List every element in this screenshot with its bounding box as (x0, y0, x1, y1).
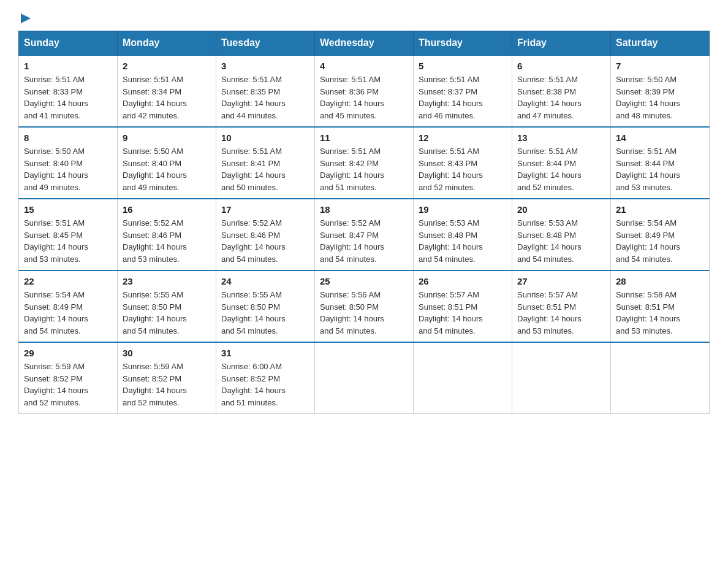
calendar-cell (414, 342, 512, 414)
day-info: Sunrise: 5:52 AMSunset: 8:46 PMDaylight:… (123, 217, 211, 265)
day-info: Sunrise: 5:51 AMSunset: 8:33 PMDaylight:… (24, 74, 112, 121)
day-info: Sunrise: 5:58 AMSunset: 8:51 PMDaylight:… (616, 289, 704, 337)
day-info: Sunrise: 5:55 AMSunset: 8:50 PMDaylight:… (123, 289, 211, 337)
calendar-cell: 8 Sunrise: 5:50 AMSunset: 8:40 PMDayligh… (19, 127, 118, 199)
day-number: 1 (24, 61, 112, 71)
calendar-header-thursday: Thursday (414, 31, 512, 56)
calendar-cell: 29 Sunrise: 5:59 AMSunset: 8:52 PMDaylig… (19, 342, 118, 414)
day-info: Sunrise: 5:50 AMSunset: 8:40 PMDaylight:… (24, 145, 112, 193)
day-info: Sunrise: 5:51 AMSunset: 8:38 PMDaylight:… (517, 74, 605, 121)
page-header (18, 12, 710, 25)
day-number: 19 (419, 204, 507, 215)
day-number: 29 (24, 348, 112, 358)
calendar-cell: 27 Sunrise: 5:57 AMSunset: 8:51 PMDaylig… (512, 270, 611, 342)
calendar-cell: 26 Sunrise: 5:57 AMSunset: 8:51 PMDaylig… (414, 270, 512, 342)
calendar-cell: 15 Sunrise: 5:51 AMSunset: 8:45 PMDaylig… (19, 199, 118, 270)
day-number: 22 (24, 276, 112, 286)
day-info: Sunrise: 5:50 AMSunset: 8:40 PMDaylight:… (123, 145, 211, 193)
day-number: 6 (517, 61, 605, 71)
day-info: Sunrise: 5:53 AMSunset: 8:48 PMDaylight:… (517, 217, 605, 265)
calendar-cell: 17 Sunrise: 5:52 AMSunset: 8:46 PMDaylig… (216, 199, 315, 270)
calendar-cell: 7 Sunrise: 5:50 AMSunset: 8:39 PMDayligh… (611, 55, 710, 127)
day-number: 31 (221, 348, 309, 358)
calendar-cell: 3 Sunrise: 5:51 AMSunset: 8:35 PMDayligh… (216, 55, 315, 127)
day-number: 20 (517, 204, 605, 215)
day-number: 11 (320, 132, 408, 143)
day-number: 2 (123, 61, 211, 71)
calendar-cell: 1 Sunrise: 5:51 AMSunset: 8:33 PMDayligh… (19, 55, 118, 127)
calendar-cell: 24 Sunrise: 5:55 AMSunset: 8:50 PMDaylig… (216, 270, 315, 342)
day-number: 13 (517, 132, 605, 143)
day-info: Sunrise: 5:51 AMSunset: 8:35 PMDaylight:… (221, 74, 309, 121)
calendar-cell: 13 Sunrise: 5:51 AMSunset: 8:44 PMDaylig… (512, 127, 611, 199)
day-number: 10 (221, 132, 309, 143)
day-number: 5 (419, 61, 507, 71)
day-number: 24 (221, 276, 309, 286)
calendar-cell (315, 342, 414, 414)
day-info: Sunrise: 5:59 AMSunset: 8:52 PMDaylight:… (123, 361, 211, 408)
calendar-table: SundayMondayTuesdayWednesdayThursdayFrid… (18, 31, 710, 414)
calendar-cell: 19 Sunrise: 5:53 AMSunset: 8:48 PMDaylig… (414, 199, 512, 270)
calendar-header-wednesday: Wednesday (315, 31, 414, 56)
calendar-week-row: 1 Sunrise: 5:51 AMSunset: 8:33 PMDayligh… (19, 55, 710, 127)
logo (18, 12, 32, 25)
calendar-week-row: 22 Sunrise: 5:54 AMSunset: 8:49 PMDaylig… (19, 270, 710, 342)
day-number: 23 (123, 276, 211, 286)
calendar-header-friday: Friday (512, 31, 611, 56)
calendar-cell: 31 Sunrise: 6:00 AMSunset: 8:52 PMDaylig… (216, 342, 315, 414)
calendar-cell: 23 Sunrise: 5:55 AMSunset: 8:50 PMDaylig… (118, 270, 216, 342)
calendar-cell (512, 342, 611, 414)
day-number: 27 (517, 276, 605, 286)
calendar-week-row: 15 Sunrise: 5:51 AMSunset: 8:45 PMDaylig… (19, 199, 710, 270)
calendar-cell: 12 Sunrise: 5:51 AMSunset: 8:43 PMDaylig… (414, 127, 512, 199)
day-info: Sunrise: 5:51 AMSunset: 8:37 PMDaylight:… (419, 74, 507, 121)
day-number: 14 (616, 132, 704, 143)
calendar-week-row: 8 Sunrise: 5:50 AMSunset: 8:40 PMDayligh… (19, 127, 710, 199)
calendar-cell (611, 342, 710, 414)
svg-marker-0 (21, 13, 31, 23)
calendar-header-saturday: Saturday (611, 31, 710, 56)
calendar-header-sunday: Sunday (19, 31, 118, 56)
day-info: Sunrise: 5:59 AMSunset: 8:52 PMDaylight:… (24, 361, 112, 408)
calendar-cell: 9 Sunrise: 5:50 AMSunset: 8:40 PMDayligh… (118, 127, 216, 199)
day-info: Sunrise: 5:52 AMSunset: 8:47 PMDaylight:… (320, 217, 408, 265)
day-number: 26 (419, 276, 507, 286)
day-info: Sunrise: 5:54 AMSunset: 8:49 PMDaylight:… (616, 217, 704, 265)
calendar-week-row: 29 Sunrise: 5:59 AMSunset: 8:52 PMDaylig… (19, 342, 710, 414)
day-number: 16 (123, 204, 211, 215)
day-number: 7 (616, 61, 704, 71)
calendar-cell: 14 Sunrise: 5:51 AMSunset: 8:44 PMDaylig… (611, 127, 710, 199)
calendar-cell: 16 Sunrise: 5:52 AMSunset: 8:46 PMDaylig… (118, 199, 216, 270)
calendar-cell: 30 Sunrise: 5:59 AMSunset: 8:52 PMDaylig… (118, 342, 216, 414)
day-number: 25 (320, 276, 408, 286)
calendar-cell: 18 Sunrise: 5:52 AMSunset: 8:47 PMDaylig… (315, 199, 414, 270)
calendar-cell: 6 Sunrise: 5:51 AMSunset: 8:38 PMDayligh… (512, 55, 611, 127)
day-info: Sunrise: 5:52 AMSunset: 8:46 PMDaylight:… (221, 217, 309, 265)
day-info: Sunrise: 5:51 AMSunset: 8:43 PMDaylight:… (419, 145, 507, 193)
day-info: Sunrise: 5:57 AMSunset: 8:51 PMDaylight:… (419, 289, 507, 337)
day-info: Sunrise: 5:51 AMSunset: 8:44 PMDaylight:… (616, 145, 704, 193)
day-info: Sunrise: 5:51 AMSunset: 8:42 PMDaylight:… (320, 145, 408, 193)
day-info: Sunrise: 5:51 AMSunset: 8:44 PMDaylight:… (517, 145, 605, 193)
calendar-cell: 28 Sunrise: 5:58 AMSunset: 8:51 PMDaylig… (611, 270, 710, 342)
calendar-cell: 11 Sunrise: 5:51 AMSunset: 8:42 PMDaylig… (315, 127, 414, 199)
day-number: 4 (320, 61, 408, 71)
day-number: 21 (616, 204, 704, 215)
logo-icon (20, 12, 32, 25)
day-info: Sunrise: 5:51 AMSunset: 8:34 PMDaylight:… (123, 74, 211, 121)
calendar-cell: 10 Sunrise: 5:51 AMSunset: 8:41 PMDaylig… (216, 127, 315, 199)
day-info: Sunrise: 5:54 AMSunset: 8:49 PMDaylight:… (24, 289, 112, 337)
day-info: Sunrise: 5:50 AMSunset: 8:39 PMDaylight:… (616, 74, 704, 121)
calendar-cell: 5 Sunrise: 5:51 AMSunset: 8:37 PMDayligh… (414, 55, 512, 127)
day-info: Sunrise: 5:55 AMSunset: 8:50 PMDaylight:… (221, 289, 309, 337)
day-number: 18 (320, 204, 408, 215)
calendar-cell: 22 Sunrise: 5:54 AMSunset: 8:49 PMDaylig… (19, 270, 118, 342)
day-info: Sunrise: 5:51 AMSunset: 8:41 PMDaylight:… (221, 145, 309, 193)
day-info: Sunrise: 5:53 AMSunset: 8:48 PMDaylight:… (419, 217, 507, 265)
calendar-header-row: SundayMondayTuesdayWednesdayThursdayFrid… (19, 31, 710, 56)
day-number: 9 (123, 132, 211, 143)
calendar-cell: 20 Sunrise: 5:53 AMSunset: 8:48 PMDaylig… (512, 199, 611, 270)
day-number: 30 (123, 348, 211, 358)
day-number: 12 (419, 132, 507, 143)
calendar-header-monday: Monday (118, 31, 216, 56)
